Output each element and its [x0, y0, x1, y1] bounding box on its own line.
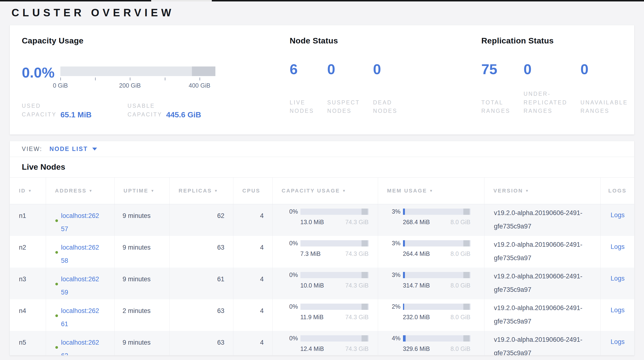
usable-capacity-stat: USABLE CAPACITY 445.6 GiB [128, 102, 201, 119]
sort-arrow-icon: ▼ [214, 189, 218, 193]
column-header-replicas[interactable]: REPLICAS▼ [170, 177, 233, 204]
node-address: localhost:26262 [55, 336, 100, 355]
node-uptime: 9 minutes [114, 268, 170, 299]
node-cpus: 4 [233, 204, 272, 236]
node-address-link[interactable]: localhost:26257 [61, 212, 99, 233]
logs-link[interactable]: Logs [610, 275, 624, 282]
node-address-link[interactable]: localhost:26262 [61, 339, 99, 355]
node-cpus: 4 [233, 268, 272, 299]
logs-link[interactable]: Logs [610, 243, 624, 250]
view-selector-dropdown[interactable]: NODE LIST [49, 145, 97, 152]
node-id: n5 [10, 331, 46, 355]
suspect-nodes-label: SUSPECT NODES [327, 98, 360, 115]
node-uptime: 2 minutes [114, 299, 170, 331]
column-header-uptime[interactable]: UPTIME▼ [114, 177, 170, 204]
column-header-mem-usage[interactable]: MEM USAGE▼ [378, 177, 484, 204]
mem-usage-bar [403, 240, 470, 247]
column-header-cpus: CPUS [233, 177, 272, 204]
node-mem-usage: 3% 264.4 MiB8.0 GiB [378, 236, 484, 268]
capacity-axis-ticks [60, 78, 216, 81]
sort-arrow-icon: ▼ [151, 189, 155, 193]
suspect-nodes-stat: 0 SUSPECT NODES [327, 62, 360, 115]
capacity-bar: 0 GiB 200 GiB 400 GiB [60, 67, 216, 89]
browser-edge-strip [0, 0, 644, 2]
sort-arrow-icon: ▼ [89, 189, 93, 193]
suspect-nodes-value: 0 [327, 62, 360, 77]
capacity-usage-bar [300, 272, 369, 278]
node-mem-usage: 3% 314.7 MiB8.0 GiB [378, 268, 484, 299]
capacity-usage-heading: Capacity Usage [22, 36, 290, 45]
table-row: n2 localhost:26258 9 minutes 63 4 0% 7.3… [10, 236, 634, 268]
logs-link[interactable]: Logs [610, 212, 624, 219]
live-status-dot-icon [55, 314, 58, 317]
logs-link[interactable]: Logs [610, 306, 624, 314]
total-ranges-value: 75 [481, 62, 510, 77]
node-replicas: 62 [170, 204, 233, 236]
unavailable-ranges-stat: 0 UNAVAILABLE RANGES [580, 62, 628, 115]
column-header-id[interactable]: ID▼ [10, 177, 46, 204]
logs-link[interactable]: Logs [610, 338, 624, 345]
axis-label-200gib: 200 GiB [119, 82, 141, 89]
column-header-address[interactable]: ADDRESS▼ [46, 177, 114, 204]
node-address-link[interactable]: localhost:26258 [61, 244, 99, 264]
capacity-bar-other-segment [192, 67, 216, 76]
node-address: localhost:26261 [55, 304, 100, 331]
under-replicated-ranges-label: UNDER-REPLICATED RANGES [524, 90, 567, 115]
capacity-bar-track [60, 67, 216, 76]
node-address-link[interactable]: localhost:26261 [61, 307, 99, 328]
table-header-row: ID▼ ADDRESS▼ UPTIME▼ REPLICAS▼ CPUS CAPA… [10, 177, 634, 204]
node-version: v19.2.0-alpha.20190606-2491-gfe735c9a97 [484, 204, 600, 236]
live-status-dot-icon [55, 346, 58, 349]
capacity-usage-bar [300, 240, 369, 247]
dead-nodes-value: 0 [373, 62, 398, 77]
node-id: n4 [10, 299, 46, 331]
node-status-panel: Node Status 6 LIVE NODES 0 SUSPECT NODES… [290, 36, 481, 134]
capacity-usage-chart: 0.0% 0 GiB 200 GiB 400 GiB [22, 67, 290, 89]
table-row: n3 localhost:26259 9 minutes 61 4 0% 10.… [10, 268, 634, 299]
total-ranges-label: TOTAL RANGES [481, 98, 510, 115]
usable-capacity-value: 445.6 GiB [166, 110, 201, 119]
column-header-version[interactable]: VERSION▼ [484, 177, 600, 204]
node-status-heading: Node Status [290, 36, 481, 45]
mem-usage-bar [403, 209, 470, 215]
capacity-usage-bar [300, 335, 369, 341]
node-cpus: 4 [233, 331, 272, 355]
capacity-axis-labels: 0 GiB 200 GiB 400 GiB [60, 82, 216, 89]
node-id: n2 [10, 236, 46, 268]
total-ranges-stat: 75 TOTAL RANGES [481, 62, 510, 115]
node-version: v19.2.0-alpha.20190606-2491-gfe735c9a97 [484, 331, 600, 355]
node-uptime: 9 minutes [114, 204, 170, 236]
node-mem-usage: 2% 232.0 MiB8.0 GiB [378, 299, 484, 331]
mem-usage-bar [403, 304, 470, 310]
sort-arrow-icon: ▼ [342, 189, 346, 193]
view-selected-option: NODE LIST [49, 145, 88, 152]
live-status-dot-icon [55, 219, 58, 222]
node-version: v19.2.0-alpha.20190606-2491-gfe735c9a97 [484, 299, 600, 331]
summary-card: Capacity Usage 0.0% 0 GiB 200 GiB 400 Gi… [10, 25, 634, 135]
node-capacity-usage: 0% 13.0 MiB74.3 GiB [272, 204, 378, 236]
under-replicated-ranges-stat: 0 UNDER-REPLICATED RANGES [524, 62, 567, 115]
node-cpus: 4 [233, 236, 272, 268]
node-capacity-usage: 0% 7.3 MiB74.3 GiB [272, 236, 378, 268]
table-row: n4 localhost:26261 2 minutes 63 4 0% 11.… [10, 299, 634, 331]
capacity-usage-bar [300, 209, 369, 215]
view-bar: VIEW: NODE LIST [10, 141, 634, 157]
node-address: localhost:26259 [55, 273, 100, 299]
sort-arrow-icon: ▼ [429, 189, 434, 193]
node-address-link[interactable]: localhost:26259 [61, 276, 99, 296]
usable-capacity-label: USABLE CAPACITY [128, 102, 162, 119]
column-header-capacity-usage[interactable]: CAPACITY USAGE▼ [272, 177, 378, 204]
used-capacity-value: 65.1 MiB [60, 110, 92, 119]
capacity-usage-bar [300, 304, 369, 310]
node-replicas: 63 [170, 236, 233, 268]
node-version: v19.2.0-alpha.20190606-2491-gfe735c9a97 [484, 236, 600, 268]
node-capacity-usage: 0% 11.9 MiB74.3 GiB [272, 299, 378, 331]
node-address: localhost:26257 [55, 209, 100, 236]
node-uptime: 9 minutes [114, 236, 170, 268]
live-status-dot-icon [55, 251, 58, 254]
axis-label-0gib: 0 GiB [53, 82, 68, 89]
node-address: localhost:26258 [55, 241, 100, 267]
node-list-table: ID▼ ADDRESS▼ UPTIME▼ REPLICAS▼ CPUS CAPA… [10, 177, 634, 355]
mem-usage-bar [403, 272, 470, 278]
node-id: n1 [10, 204, 46, 236]
